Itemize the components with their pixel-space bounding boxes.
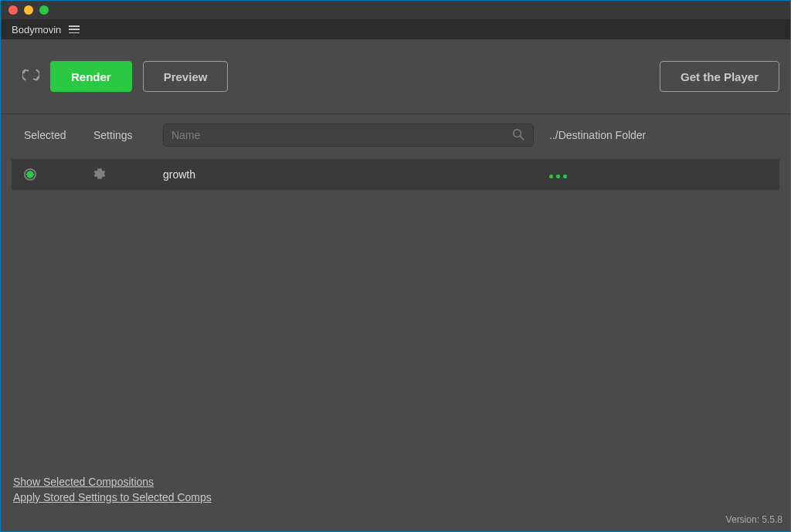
svg-line-1 [520, 136, 524, 140]
close-window-button[interactable] [8, 5, 18, 15]
version-label: Version: 5.5.8 [726, 514, 783, 525]
column-header-destination: ../Destination Folder [549, 129, 779, 141]
gear-icon[interactable] [93, 168, 106, 182]
row-name: growth [163, 168, 549, 181]
preview-button-label: Preview [164, 70, 208, 83]
footer-links: Show Selected Compositions Apply Stored … [13, 476, 212, 503]
show-selected-link[interactable]: Show Selected Compositions [13, 476, 212, 488]
maximize-window-button[interactable] [39, 5, 49, 15]
content-area: Render Preview Get the Player Selected S… [1, 39, 790, 531]
list-header: Selected Settings ../Destination Folder [1, 114, 790, 156]
column-header-selected: Selected [24, 129, 93, 141]
search-icon [511, 127, 525, 144]
list-item[interactable]: growth [12, 159, 779, 190]
titlebar [1, 1, 790, 19]
render-button-label: Render [71, 70, 111, 83]
row-selected-toggle[interactable] [24, 168, 36, 181]
toolbar: Render Preview Get the Player [1, 39, 790, 114]
app-bar: Bodymovin [1, 19, 790, 39]
preview-button[interactable]: Preview [143, 61, 229, 92]
minimize-window-button[interactable] [24, 5, 33, 15]
render-button[interactable]: Render [50, 61, 132, 92]
destination-button[interactable] [549, 175, 567, 178]
get-player-button-label: Get the Player [681, 70, 759, 83]
window-controls [8, 5, 49, 15]
get-player-button[interactable]: Get the Player [660, 61, 779, 92]
column-header-settings: Settings [93, 129, 163, 141]
menu-icon[interactable] [69, 25, 80, 33]
composition-list: growth [1, 156, 790, 190]
name-search-input[interactable] [171, 129, 511, 141]
apply-stored-link[interactable]: Apply Stored Settings to Selected Comps [13, 491, 212, 503]
refresh-icon[interactable] [22, 66, 39, 87]
app-title: Bodymovin [12, 24, 61, 36]
app-window: Bodymovin Render Preview Get the Player [0, 0, 791, 532]
name-search-wrap[interactable] [163, 124, 534, 147]
